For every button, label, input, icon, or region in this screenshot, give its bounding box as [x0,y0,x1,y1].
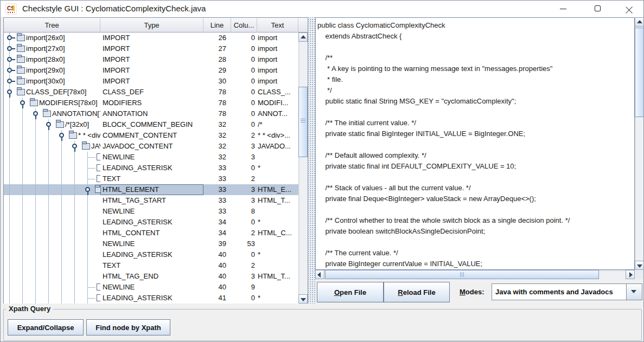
scrollbar-thumb[interactable] [635,28,644,117]
folder-icon [17,46,25,52]
tree-expanded-handle-icon[interactable] [46,122,51,127]
minimize-button[interactable] [551,1,576,17]
colu-cell: 2 [231,130,257,141]
maximize-button[interactable] [585,1,610,17]
table-row[interactable]: NEWLINE3953 [4,238,298,249]
table-row[interactable]: TEXT332 [4,173,298,184]
type-cell: IMPORT [100,33,203,43]
folder-icon [30,100,38,106]
table-row[interactable]: import[27x0]IMPORT270import [4,43,298,54]
line-cell: 34 [203,217,231,228]
scroll-down-button[interactable] [298,294,308,304]
maximize-icon [595,5,601,11]
scroll-right-button[interactable] [626,270,635,279]
table-row[interactable]: HTML_TAG_START333HTML_T... [4,195,298,206]
combobox-arrow-button[interactable] [626,284,642,300]
tree-node-label: * * <div> [78,130,100,141]
modes-combobox[interactable]: Java with comments and Javadocs [492,283,642,300]
app-icon-bar [13,5,15,11]
table-row[interactable]: HTML_TAG_END403HTML_T... [4,271,298,282]
table-row[interactable]: MODIFIERS[78x0]MODIFIERS780MODIFI... [4,98,298,108]
close-button[interactable] [616,1,641,17]
tree-cell [4,217,100,228]
type-cell: LEADING_ASTERISK [100,217,203,228]
table-row[interactable]: /*[32x0]BLOCK_COMMENT_BEGIN320/* [4,119,298,130]
tree-table-vertical-scrollbar[interactable] [298,33,308,304]
tree-expanded-handle-icon[interactable] [85,187,90,192]
tree-collapsed-handle-icon[interactable] [7,79,12,83]
table-row[interactable]: NEWLINE409 [4,282,298,293]
table-row[interactable]: import[30x0]IMPORT300import [4,76,298,87]
type-cell: HTML_ELEMENT [100,184,203,195]
colu-cell: 0 [231,54,257,65]
table-row[interactable]: JAVADOC_CONTENTJAVADOC_CONTENT323JAVADO.… [4,141,298,152]
tree-expanded-handle-icon[interactable] [33,111,38,116]
table-row[interactable]: TEXT402 [4,260,298,271]
table-row[interactable]: LEADING_ASTERISK410* [4,293,298,304]
tree-cell: ANNOTATION[78x0] [4,108,100,119]
arrow-right-icon [629,272,633,278]
tree-expanded-handle-icon[interactable] [59,133,64,138]
line-cell: 33 [203,163,231,173]
table-row[interactable]: import[28x0]IMPORT280import [4,54,298,65]
open-file-button[interactable]: Open File [317,282,384,302]
find-node-by-xpath-button[interactable]: Find node by Xpath [86,319,170,335]
scrollbar-thumb[interactable] [298,87,308,157]
table-row[interactable]: NEWLINE323 [4,152,298,163]
scroll-left-button[interactable] [315,270,324,279]
code-horizontal-scrollbar[interactable] [315,270,635,279]
scrollbar-thumb[interactable] [325,270,599,279]
table-row[interactable]: * * <div>COMMENT_CONTENT322* * <div>... [4,130,298,141]
table-row[interactable]: import[26x0]IMPORT260import [4,33,298,43]
table-row[interactable]: import[29x0]IMPORT290import [4,65,298,76]
tree-collapsed-handle-icon[interactable] [7,35,12,40]
text-cell: * [257,293,298,304]
tree-expanded-handle-icon[interactable] [20,100,25,105]
tree-collapsed-handle-icon[interactable] [7,68,12,73]
scrollbar-corner [635,270,644,279]
code-text[interactable]: public class CyclomaticComplexityCheck e… [316,18,634,269]
folder-icon [17,56,25,63]
colu-cell: 2 [231,228,257,238]
tree-expanded-handle-icon[interactable] [7,89,12,94]
text-cell: JAVADO... [257,141,298,152]
table-row[interactable]: LEADING_ASTERISK400* [4,249,298,260]
tree-cell: MODIFIERS[78x0] [4,98,100,108]
scroll-up-button[interactable] [635,17,644,27]
line-cell: 32 [203,152,231,163]
column-header-tree[interactable]: Tree [4,18,100,33]
folder-icon [43,111,51,117]
tree-node-label: ANNOTATION[78x0] [52,108,100,119]
line-cell: 27 [203,43,231,54]
column-header-text[interactable]: Text [257,18,298,33]
column-header-filler [298,18,308,33]
tree-expanded-handle-icon[interactable] [72,144,77,149]
type-cell: NEWLINE [100,206,203,217]
column-header-line[interactable]: Line [203,18,231,33]
column-header-column[interactable]: Colu... [231,18,257,33]
table-row[interactable]: LEADING_ASTERISK340* [4,217,298,228]
text-cell: import [257,54,298,65]
code-vertical-scrollbar[interactable] [635,17,644,270]
table-row[interactable]: LEADING_ASTERISK330* [4,163,298,173]
tree-collapsed-handle-icon[interactable] [7,57,12,62]
table-row[interactable]: NEWLINE338 [4,206,298,217]
tree-node-label: /*[32x0] [65,119,89,130]
split-pane-divider[interactable] [308,17,315,304]
text-cell: HTML_T... [257,271,298,282]
colu-cell: 8 [231,206,257,217]
code-viewport[interactable]: public class CyclomaticComplexityCheck e… [315,17,635,270]
table-row[interactable]: CLASS_DEF[78x0]CLASS_DEF780CLASS_... [4,87,298,98]
table-row[interactable]: ANNOTATION[78x0]ANNOTATION780ANNOT... [4,108,298,119]
column-header-type[interactable]: Type [100,18,203,33]
table-row[interactable]: HTML_ELEMENT333HTML_E... [4,184,298,195]
scroll-down-button[interactable] [635,261,644,270]
leaf-icon [97,283,100,291]
text-cell [257,238,298,249]
scroll-up-button[interactable] [298,33,308,42]
reload-file-button[interactable]: Reload File [384,282,450,302]
expand-collapse-button[interactable]: Expand/Collapse [8,319,84,335]
table-row[interactable]: HTML_CONTENT342HTML_C... [4,228,298,238]
colu-cell: 3 [231,184,257,195]
tree-collapsed-handle-icon[interactable] [7,46,12,51]
